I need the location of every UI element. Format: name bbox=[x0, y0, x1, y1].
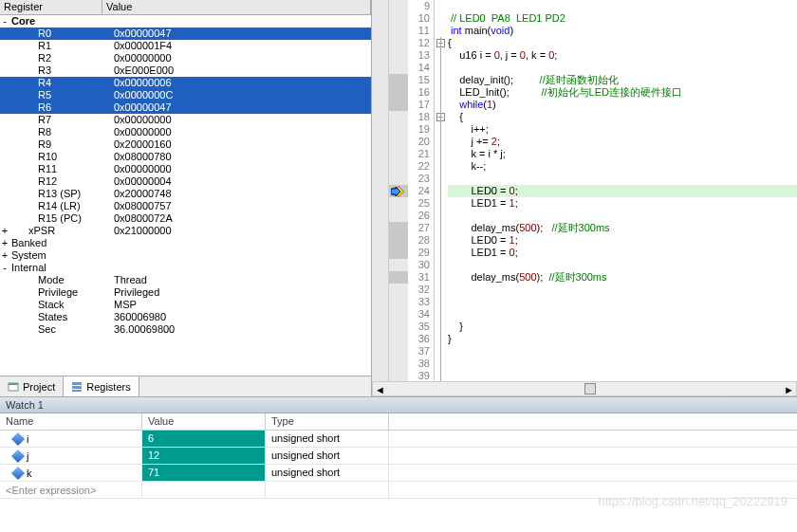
variable-icon bbox=[11, 466, 25, 479]
registers-tree[interactable]: -CoreR00x00000047R10x000001F4R20x0000000… bbox=[0, 15, 371, 376]
registers-icon bbox=[71, 381, 83, 393]
project-icon bbox=[8, 381, 19, 393]
watch-title: Watch 1 bbox=[0, 396, 797, 413]
register-row[interactable]: +Banked bbox=[0, 237, 371, 249]
code-text[interactable]: // LED0 PA8 LED1 PD2 int main(void){ u16… bbox=[448, 0, 797, 381]
scroll-right-icon[interactable]: ► bbox=[784, 384, 794, 395]
col-register: Register bbox=[0, 0, 102, 14]
variable-icon bbox=[11, 431, 25, 445]
watch-row[interactable]: k71unsigned short bbox=[0, 465, 797, 482]
svg-rect-3 bbox=[72, 386, 82, 389]
scroll-left-icon[interactable]: ◄ bbox=[375, 384, 385, 395]
register-row[interactable]: States360006980 bbox=[0, 311, 371, 323]
watch-row[interactable]: j12unsigned short bbox=[0, 448, 797, 465]
watch-row[interactable]: i6unsigned short bbox=[0, 431, 797, 448]
code-area[interactable]: 9101112131415161718192021222324252627282… bbox=[372, 0, 797, 381]
breakpoint-gutter[interactable] bbox=[372, 0, 389, 381]
tab-project[interactable]: Project bbox=[0, 376, 64, 396]
register-row[interactable]: Sec36.00069800 bbox=[0, 323, 371, 336]
registers-header: Register Value bbox=[0, 0, 371, 15]
watch-col-type[interactable]: Type bbox=[266, 413, 389, 430]
tab-registers-label: Registers bbox=[86, 381, 130, 393]
tab-project-label: Project bbox=[23, 381, 55, 393]
scroll-thumb[interactable] bbox=[584, 383, 596, 394]
horizontal-scrollbar[interactable]: ◄ ► bbox=[372, 381, 797, 396]
register-row[interactable]: +xPSR0x21000000 bbox=[0, 225, 371, 237]
register-row[interactable]: R110x00000000 bbox=[0, 163, 371, 175]
register-row[interactable]: R120x00000004 bbox=[0, 175, 371, 188]
register-row[interactable]: R20x00000000 bbox=[0, 52, 371, 64]
register-row[interactable]: R30xE000E000 bbox=[0, 64, 371, 77]
svg-rect-2 bbox=[72, 382, 82, 385]
watch-col-value[interactable]: Value bbox=[142, 413, 266, 430]
watermark: https://blog.csdn.net/qq_20222919 bbox=[599, 494, 788, 508]
register-row[interactable]: R50x0000000C bbox=[0, 89, 371, 101]
fold-gutter[interactable]: −− bbox=[435, 0, 448, 381]
watch-col-name[interactable]: Name bbox=[0, 413, 142, 430]
register-row[interactable]: +System bbox=[0, 249, 371, 262]
register-row[interactable]: R40x00000006 bbox=[0, 77, 371, 89]
register-row[interactable]: -Internal bbox=[0, 262, 371, 274]
registers-panel: Register Value -CoreR00x00000047R10x0000… bbox=[0, 0, 372, 396]
variable-icon bbox=[11, 449, 25, 462]
register-row[interactable]: R15 (PC)0x0800072A bbox=[0, 212, 371, 225]
register-row[interactable]: R10x000001F4 bbox=[0, 40, 371, 52]
code-panel: 9101112131415161718192021222324252627282… bbox=[372, 0, 797, 396]
register-row[interactable]: ModeThread bbox=[0, 274, 371, 286]
svg-rect-1 bbox=[9, 383, 18, 385]
register-row[interactable]: PrivilegePrivileged bbox=[0, 286, 371, 299]
register-row[interactable]: StackMSP bbox=[0, 299, 371, 311]
register-row[interactable]: R90x20000160 bbox=[0, 138, 371, 151]
register-row[interactable]: R00x00000047 bbox=[0, 28, 371, 40]
watch-panel: Name Value Type i6unsigned shortj12unsig… bbox=[0, 413, 797, 499]
register-row[interactable]: -Core bbox=[0, 15, 371, 28]
register-row[interactable]: R100x08000780 bbox=[0, 151, 371, 163]
register-row[interactable]: R60x00000047 bbox=[0, 101, 371, 114]
watch-columns: Name Value Type bbox=[0, 413, 797, 431]
col-value: Value bbox=[102, 0, 371, 14]
register-row[interactable]: R14 (LR)0x08000757 bbox=[0, 200, 371, 212]
current-line-icon bbox=[391, 186, 406, 197]
tab-registers[interactable]: Registers bbox=[64, 376, 139, 396]
left-tabs: Project Registers bbox=[0, 376, 371, 396]
line-numbers: 9101112131415161718192021222324252627282… bbox=[408, 0, 435, 381]
watch-enter-expression[interactable]: <Enter expression> bbox=[0, 482, 142, 498]
register-row[interactable]: R70x00000000 bbox=[0, 114, 371, 126]
svg-rect-4 bbox=[72, 390, 82, 392]
register-row[interactable]: R80x00000000 bbox=[0, 126, 371, 138]
register-row[interactable]: R13 (SP)0x20000748 bbox=[0, 188, 371, 200]
